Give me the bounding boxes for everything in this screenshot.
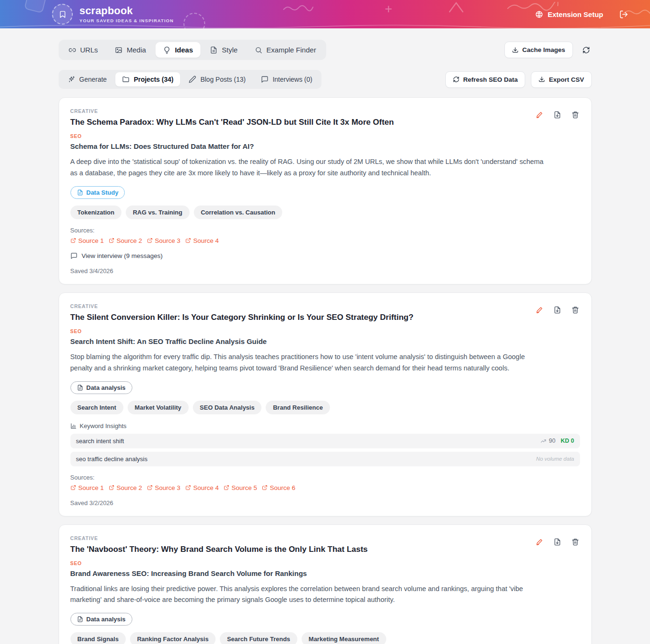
- trending-up-icon: [540, 438, 546, 444]
- sources-label: Sources:: [70, 227, 580, 234]
- tag-pill: SEO Data Analysis: [193, 401, 262, 414]
- keyword-insights-label: Keyword Insights: [80, 422, 127, 429]
- format-pill-label: Data analysis: [87, 616, 126, 623]
- source-link-label: Source 3: [155, 484, 181, 491]
- tag-pill: Brand Resilience: [266, 401, 330, 414]
- view-interview-button[interactable]: View interview (9 messages): [70, 252, 163, 259]
- subtab-blog-posts-13[interactable]: Blog Posts (13): [182, 72, 252, 86]
- tab-label: Interviews (0): [273, 76, 312, 83]
- link-icon: [69, 46, 76, 54]
- idea-card: CREATIVEThe Silent Conversion Killer: Is…: [59, 292, 592, 516]
- cache-images-button[interactable]: Cache Images: [504, 42, 573, 58]
- source-link[interactable]: Source 1: [70, 484, 104, 491]
- refresh-seo-data-label: Refresh SEO Data: [463, 76, 518, 83]
- external-link-icon: [262, 485, 268, 490]
- tag-pill: Ranking Factor Analysis: [130, 632, 216, 644]
- delete-idea-button[interactable]: [570, 304, 581, 316]
- subtab-generate[interactable]: Generate: [61, 72, 113, 86]
- trash-icon: [572, 111, 579, 119]
- external-link-icon: [70, 485, 76, 490]
- pencil-icon: [536, 111, 543, 119]
- tab-label: Generate: [79, 76, 107, 83]
- image-icon: [115, 46, 122, 54]
- source-link-list: Source 1Source 2Source 3Source 4Source 5…: [70, 484, 580, 491]
- format-pill: Data Study: [70, 186, 125, 199]
- edit-idea-button[interactable]: [534, 304, 545, 316]
- source-link[interactable]: Source 2: [109, 237, 142, 244]
- idea-card-list: CREATIVEThe Schema Paradox: Why LLMs Can…: [59, 97, 592, 644]
- format-pill-label: Data Study: [87, 189, 119, 196]
- tag-pill: Search Future Trends: [220, 632, 297, 644]
- search-icon: [255, 46, 262, 54]
- format-pill-label: Data analysis: [87, 384, 126, 391]
- source-link[interactable]: Source 1: [70, 237, 104, 244]
- file-down-icon: [554, 111, 561, 119]
- chat-icon: [70, 252, 78, 259]
- edit-idea-button[interactable]: [534, 109, 545, 120]
- edit-idea-button[interactable]: [534, 536, 545, 548]
- source-link[interactable]: Source 3: [147, 484, 181, 491]
- keyword-insights-heading: Keyword Insights: [70, 422, 580, 429]
- seo-label: SEO: [70, 133, 580, 139]
- tab-label: Ideas: [175, 46, 193, 54]
- tab-urls[interactable]: URLs: [61, 42, 106, 58]
- external-link-icon: [147, 485, 153, 490]
- export-idea-button[interactable]: [552, 536, 563, 548]
- seo-label: SEO: [70, 560, 580, 566]
- tab-ideas[interactable]: Ideas: [156, 42, 200, 58]
- app-header: + scrapbook YOUR SAVED IDEAS & INSPIRATI…: [0, 0, 650, 28]
- tag-pill: Correlation vs. Causation: [194, 206, 282, 219]
- idea-subtitle: Search Intent Shift: An SEO Traffic Decl…: [70, 337, 580, 345]
- format-pill: Data analysis: [70, 613, 132, 626]
- refresh-icon: [453, 76, 459, 83]
- file-text-icon: [77, 385, 83, 391]
- tab-label: Media: [127, 46, 146, 54]
- file-text-icon: [77, 616, 83, 622]
- main-tab-bar: URLsMediaIdeasStyleExample Finder: [59, 40, 326, 60]
- export-idea-button[interactable]: [552, 109, 563, 120]
- export-csv-label: Export CSV: [549, 76, 584, 83]
- source-link[interactable]: Source 3: [147, 237, 181, 244]
- tag-list: TokenizationRAG vs. TrainingCorrelation …: [70, 206, 580, 219]
- tag-pill: Brand Signals: [70, 632, 126, 644]
- app-name: scrapbook: [79, 5, 173, 17]
- refresh-icon: [582, 46, 590, 54]
- keyword-insight-row: seo traffic decline analysisNo volume da…: [70, 452, 580, 466]
- chat-icon: [261, 76, 269, 83]
- subtab-projects-34[interactable]: Projects (34): [115, 72, 180, 86]
- tab-label: Projects (34): [134, 76, 173, 83]
- trash-icon: [572, 306, 579, 314]
- source-link[interactable]: Source 2: [109, 484, 142, 491]
- source-link[interactable]: Source 4: [185, 484, 219, 491]
- source-link[interactable]: Source 6: [262, 484, 295, 491]
- export-idea-button[interactable]: [552, 304, 563, 316]
- tab-label: URLs: [80, 46, 98, 54]
- bar-chart-icon: [70, 423, 77, 429]
- tab-label: Style: [222, 46, 237, 54]
- format-pill: Data analysis: [70, 381, 132, 394]
- refresh-button[interactable]: [581, 44, 592, 56]
- source-link[interactable]: Source 5: [224, 484, 257, 491]
- tag-pill: Tokenization: [70, 206, 121, 219]
- idea-title: The Schema Paradox: Why LLMs Can't 'Read…: [70, 117, 524, 128]
- subtab-interviews-0[interactable]: Interviews (0): [254, 72, 319, 86]
- extension-setup-link[interactable]: Extension Setup: [535, 10, 603, 18]
- source-link[interactable]: Source 4: [185, 237, 219, 244]
- saved-date: Saved 3/4/2026: [70, 267, 580, 275]
- refresh-seo-data-button[interactable]: Refresh SEO Data: [445, 71, 526, 88]
- delete-idea-button[interactable]: [570, 109, 581, 120]
- keyword-insight-row: search intent shift90KD 0: [70, 434, 580, 448]
- tab-media[interactable]: Media: [107, 42, 154, 58]
- bookmark-icon: [59, 10, 67, 18]
- delete-idea-button[interactable]: [570, 536, 581, 548]
- extension-setup-label: Extension Setup: [547, 10, 603, 18]
- idea-card: CREATIVEThe 'Navboost' Theory: Why Brand…: [59, 524, 592, 644]
- pen-icon: [189, 76, 196, 83]
- source-link-label: Source 3: [155, 237, 181, 244]
- tab-example-finder[interactable]: Example Finder: [247, 42, 324, 58]
- file-text-icon: [77, 189, 83, 196]
- logout-button[interactable]: [619, 10, 628, 19]
- export-csv-button[interactable]: Export CSV: [531, 71, 591, 88]
- tab-style[interactable]: Style: [202, 42, 245, 58]
- brand: scrapbook YOUR SAVED IDEAS & INSPIRATION: [52, 4, 173, 25]
